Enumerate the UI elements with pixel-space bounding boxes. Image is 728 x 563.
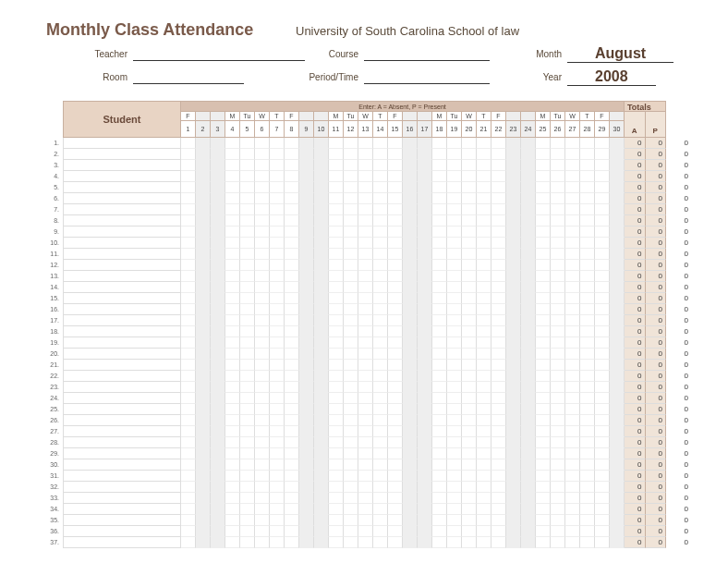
attendance-cell[interactable] (181, 249, 196, 260)
attendance-cell[interactable] (477, 282, 491, 293)
attendance-cell[interactable] (595, 138, 610, 149)
attendance-cell[interactable] (181, 204, 196, 215)
attendance-cell[interactable] (477, 160, 491, 171)
attendance-cell[interactable] (181, 226, 196, 238)
attendance-cell[interactable] (196, 260, 211, 271)
attendance-cell[interactable] (255, 260, 270, 271)
attendance-cell[interactable] (196, 337, 211, 349)
attendance-cell[interactable] (299, 204, 314, 215)
attendance-cell[interactable] (447, 182, 462, 193)
attendance-cell[interactable] (595, 315, 610, 326)
attendance-cell[interactable] (196, 493, 211, 504)
attendance-cell[interactable] (285, 504, 299, 515)
attendance-cell[interactable] (255, 504, 270, 515)
attendance-cell[interactable] (255, 182, 270, 193)
student-name-cell[interactable] (63, 482, 181, 493)
attendance-cell[interactable] (536, 138, 551, 149)
attendance-cell[interactable] (521, 282, 536, 293)
attendance-cell[interactable] (225, 415, 240, 426)
attendance-cell[interactable] (580, 426, 595, 437)
attendance-cell[interactable] (181, 426, 196, 437)
attendance-cell[interactable] (521, 437, 536, 448)
attendance-cell[interactable] (580, 337, 595, 349)
attendance-cell[interactable] (314, 526, 329, 537)
attendance-cell[interactable] (181, 537, 196, 548)
attendance-cell[interactable] (211, 271, 225, 282)
attendance-cell[interactable] (418, 382, 432, 393)
attendance-cell[interactable] (285, 326, 299, 337)
attendance-cell[interactable] (595, 493, 610, 504)
attendance-cell[interactable] (314, 293, 329, 304)
attendance-cell[interactable] (551, 471, 565, 482)
attendance-cell[interactable] (506, 537, 521, 548)
attendance-cell[interactable] (432, 215, 447, 226)
attendance-cell[interactable] (447, 226, 462, 238)
attendance-cell[interactable] (610, 404, 625, 415)
attendance-cell[interactable] (388, 138, 403, 149)
attendance-cell[interactable] (551, 537, 565, 548)
attendance-cell[interactable] (580, 293, 595, 304)
attendance-cell[interactable] (432, 537, 447, 548)
attendance-cell[interactable] (285, 393, 299, 404)
attendance-cell[interactable] (521, 448, 536, 459)
attendance-cell[interactable] (358, 215, 373, 226)
attendance-cell[interactable] (565, 149, 580, 160)
attendance-cell[interactable] (181, 326, 196, 337)
attendance-cell[interactable] (196, 482, 211, 493)
student-name-cell[interactable] (63, 315, 181, 326)
attendance-cell[interactable] (551, 160, 565, 171)
attendance-cell[interactable] (477, 482, 491, 493)
attendance-cell[interactable] (565, 371, 580, 382)
attendance-cell[interactable] (255, 482, 270, 493)
attendance-cell[interactable] (344, 448, 358, 459)
attendance-cell[interactable] (358, 526, 373, 537)
attendance-cell[interactable] (225, 160, 240, 171)
attendance-cell[interactable] (580, 404, 595, 415)
attendance-cell[interactable] (225, 182, 240, 193)
attendance-cell[interactable] (536, 337, 551, 349)
attendance-cell[interactable] (551, 238, 565, 249)
attendance-cell[interactable] (418, 504, 432, 515)
attendance-cell[interactable] (418, 171, 432, 182)
attendance-cell[interactable] (536, 482, 551, 493)
attendance-cell[interactable] (299, 360, 314, 371)
attendance-cell[interactable] (388, 360, 403, 371)
attendance-cell[interactable] (388, 504, 403, 515)
attendance-cell[interactable] (551, 404, 565, 415)
attendance-cell[interactable] (314, 415, 329, 426)
attendance-cell[interactable] (580, 226, 595, 238)
attendance-cell[interactable] (388, 293, 403, 304)
attendance-cell[interactable] (595, 193, 610, 204)
attendance-cell[interactable] (181, 360, 196, 371)
attendance-cell[interactable] (329, 526, 344, 537)
attendance-cell[interactable] (181, 182, 196, 193)
attendance-cell[interactable] (418, 282, 432, 293)
attendance-cell[interactable] (432, 393, 447, 404)
attendance-cell[interactable] (225, 249, 240, 260)
attendance-cell[interactable] (285, 360, 299, 371)
attendance-cell[interactable] (506, 371, 521, 382)
attendance-cell[interactable] (196, 282, 211, 293)
attendance-cell[interactable] (551, 326, 565, 337)
attendance-cell[interactable] (477, 260, 491, 271)
attendance-cell[interactable] (536, 149, 551, 160)
attendance-cell[interactable] (418, 260, 432, 271)
attendance-cell[interactable] (358, 493, 373, 504)
attendance-cell[interactable] (344, 171, 358, 182)
attendance-cell[interactable] (580, 382, 595, 393)
attendance-cell[interactable] (240, 304, 255, 315)
attendance-cell[interactable] (196, 226, 211, 238)
attendance-cell[interactable] (270, 326, 285, 337)
attendance-cell[interactable] (418, 215, 432, 226)
student-name-cell[interactable] (63, 349, 181, 360)
attendance-cell[interactable] (551, 215, 565, 226)
attendance-cell[interactable] (240, 437, 255, 448)
attendance-cell[interactable] (536, 249, 551, 260)
attendance-cell[interactable] (388, 448, 403, 459)
attendance-cell[interactable] (491, 271, 506, 282)
attendance-cell[interactable] (373, 182, 388, 193)
attendance-cell[interactable] (270, 482, 285, 493)
attendance-cell[interactable] (610, 226, 625, 238)
attendance-cell[interactable] (358, 271, 373, 282)
attendance-cell[interactable] (565, 426, 580, 437)
